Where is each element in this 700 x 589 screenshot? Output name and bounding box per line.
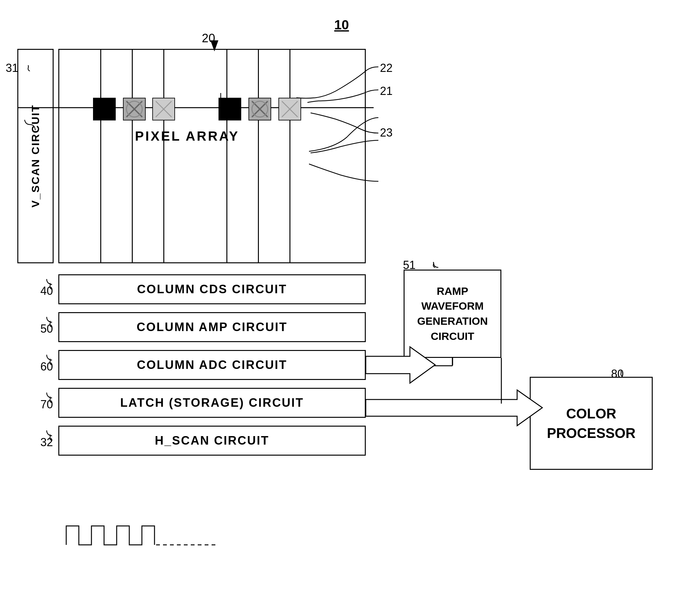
label-51: 51 [403,258,415,272]
ramp-label: RAMP WAVEFORM GENERATION CIRCUIT [417,284,488,344]
label-31: 31 [6,61,18,75]
column-amp-box: COLUMN AMP CIRCUIT [58,312,366,342]
column-adc-box: COLUMN ADC CIRCUIT [58,350,366,380]
hscan-label: H_SCAN CIRCUIT [155,434,269,447]
label-32: 32 [40,436,53,449]
label-80: 80 [611,367,624,381]
vscan-label: V_SCAN CIRCUIT [29,105,42,207]
label-70: 70 [40,398,53,411]
vline-3 [163,50,164,262]
label-21: 21 [380,84,392,98]
vline-2 [132,50,133,262]
clock-signal [63,520,221,551]
column-amp-label: COLUMN AMP CIRCUIT [137,320,287,334]
color-processor-label: COLOR PROCESSOR [547,404,635,443]
hscan-box: H_SCAN CIRCUIT [58,426,366,456]
vline-1 [100,50,101,262]
pixel-array-label: PIXEL ARRAY [135,129,239,144]
ramp-box: RAMP WAVEFORM GENERATION CIRCUIT [404,269,501,358]
column-cds-label: COLUMN CDS CIRCUIT [137,282,287,296]
diagram: 10 20 22 21 23 31 V_SCAN CIRCUIT PIXEL A… [0,0,700,589]
label-20: 20 [202,31,215,45]
label-23: 23 [380,126,392,139]
vline-6 [290,50,291,262]
pixel-black-1 [93,98,116,121]
pixel-array-box: PIXEL ARRAY [58,49,366,263]
color-processor-box: COLOR PROCESSOR [530,377,653,470]
label-60: 60 [40,360,53,373]
pixel-light-2 [279,98,301,121]
scan-line [17,107,374,108]
label-10: 10 [334,17,349,32]
pixel-gray-1 [123,98,146,121]
vline-5 [258,50,259,262]
pixel-light-1 [152,98,175,121]
label-50: 50 [40,322,53,336]
latch-label: LATCH (STORAGE) CIRCUIT [120,396,304,410]
pixel-black-2 [218,98,241,121]
label-22: 22 [380,61,392,75]
latch-box: LATCH (STORAGE) CIRCUIT [58,388,366,418]
svg-marker-18 [366,390,542,426]
vscan-circuit-box: V_SCAN CIRCUIT [17,49,54,263]
column-cds-box: COLUMN CDS CIRCUIT [58,274,366,304]
vline-4 [226,50,227,262]
pixel-gray-2 [248,98,271,121]
column-adc-label: COLUMN ADC CIRCUIT [137,358,287,372]
label-40: 40 [40,284,53,298]
